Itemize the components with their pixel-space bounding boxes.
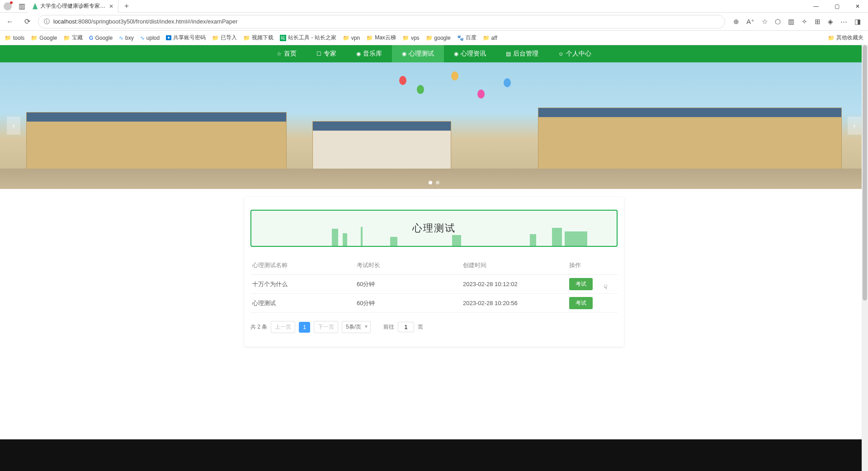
vertical-scrollbar[interactable] bbox=[862, 45, 868, 471]
table-header: 创建时间 bbox=[463, 261, 569, 269]
cell-duration: 60分钟 bbox=[357, 280, 463, 288]
tab-overview-icon[interactable]: ▥ bbox=[15, 2, 28, 10]
bookmark-item[interactable]: 📁aff bbox=[483, 35, 497, 41]
link-icon: ∿ bbox=[140, 35, 145, 41]
refresh-button[interactable]: ⟳ bbox=[21, 17, 33, 26]
folder-icon: 📁 bbox=[212, 35, 219, 41]
site-info-icon[interactable]: ⓘ bbox=[44, 18, 50, 26]
browser-tab[interactable]: 大学生心理健康诊断专家系统设计 ✕ bbox=[28, 0, 118, 13]
pagination-size-select[interactable]: 5条/页 bbox=[342, 321, 371, 333]
bookmarks-overflow[interactable]: 📁 其他收藏夹 bbox=[828, 34, 863, 42]
folder-icon: 📁 bbox=[31, 35, 38, 41]
table-header: 考试时长 bbox=[357, 261, 463, 269]
table-row: 十万个为什么60分钟2023-02-28 10:12:02考试☟ bbox=[250, 275, 618, 294]
sidebar-toggle-icon[interactable]: ◨ bbox=[854, 18, 861, 26]
exam-button[interactable]: 考试 bbox=[569, 278, 593, 290]
pagination-prev-button[interactable]: 上一页 bbox=[271, 321, 295, 333]
extensions-icon[interactable]: ⬡ bbox=[775, 18, 781, 26]
bookmark-item[interactable]: 📁google bbox=[426, 35, 451, 41]
bookmark-item[interactable]: ∿uplod bbox=[140, 35, 160, 41]
carousel-dot[interactable] bbox=[429, 181, 432, 184]
folder-icon: 📁 bbox=[366, 35, 373, 41]
bookmark-item[interactable]: 📁宝藏 bbox=[63, 34, 83, 42]
bookmark-item[interactable]: 🐾百度 bbox=[457, 34, 476, 42]
link-icon: ∿ bbox=[119, 35, 123, 41]
url-host: localhost bbox=[53, 18, 76, 25]
bookmark-item[interactable]: 📁Google bbox=[31, 35, 57, 41]
carousel-next-button[interactable]: › bbox=[848, 117, 861, 135]
cell-created: 2023-02-28 10:12:02 bbox=[463, 281, 569, 287]
folder-icon: 📁 bbox=[5, 35, 11, 41]
wallet-icon[interactable]: ◈ bbox=[828, 18, 833, 26]
window-minimize-button[interactable]: — bbox=[806, 3, 826, 9]
ext-icon: ✦ bbox=[166, 35, 171, 40]
vue-favicon-icon bbox=[33, 3, 38, 9]
nav-icon: ☐ bbox=[316, 51, 321, 57]
bookmark-item[interactable]: 📁已导入 bbox=[212, 34, 237, 42]
profile-avatar[interactable] bbox=[4, 2, 12, 10]
nav-心理测试[interactable]: ◉心理测试 bbox=[392, 45, 444, 62]
nav-icon: ◉ bbox=[402, 51, 406, 57]
nav-icon: ☺ bbox=[558, 51, 564, 57]
table-header: 操作 bbox=[569, 261, 618, 269]
bookmark-item[interactable]: 📁vps bbox=[402, 35, 420, 41]
bookmark-item[interactable]: 📁Max云梯 bbox=[366, 34, 396, 42]
close-tab-icon[interactable]: ✕ bbox=[109, 3, 113, 9]
bookmark-item[interactable]: GGoogle bbox=[89, 35, 113, 41]
pagination-goto-label: 前往 bbox=[383, 323, 394, 331]
bookmark-item[interactable]: ✦共享账号密码 bbox=[166, 34, 206, 42]
window-maximize-button[interactable]: ▢ bbox=[826, 3, 847, 9]
pagination-goto-input[interactable] bbox=[398, 322, 414, 332]
baidu-icon: 🐾 bbox=[457, 35, 464, 41]
folder-icon: 📁 bbox=[426, 35, 433, 41]
read-aloud-icon[interactable]: A⁺ bbox=[746, 18, 755, 26]
url-path: :8080/springboot3y50l/front/dist/index.h… bbox=[76, 18, 237, 25]
new-tab-button[interactable]: ＋ bbox=[118, 1, 135, 11]
zoom-icon[interactable]: ⊕ bbox=[733, 18, 739, 26]
address-bar[interactable]: ⓘ localhost:8080/springboot3y50l/front/d… bbox=[38, 15, 725, 28]
nav-音乐库[interactable]: ◉音乐库 bbox=[346, 45, 392, 62]
nav-icon: ☆ bbox=[277, 51, 282, 57]
bookmark-item[interactable]: 📁vpn bbox=[343, 35, 360, 41]
bookmark-item[interactable]: 站站长工具 - 站长之家 bbox=[280, 34, 336, 42]
google-icon: G bbox=[89, 35, 93, 41]
folder-icon: 📁 bbox=[243, 35, 250, 41]
folder-icon: 📁 bbox=[63, 35, 70, 41]
nav-icon: ◉ bbox=[454, 51, 458, 57]
window-close-button[interactable]: ✕ bbox=[847, 3, 868, 9]
nav-后台管理[interactable]: ▤后台管理 bbox=[496, 45, 548, 62]
nav-icon: ▤ bbox=[506, 51, 511, 57]
cell-duration: 60分钟 bbox=[357, 299, 463, 307]
back-button[interactable]: ← bbox=[4, 18, 16, 26]
cursor-icon: ☟ bbox=[604, 283, 608, 291]
nav-个人中心[interactable]: ☺个人中心 bbox=[548, 45, 601, 62]
page-footer bbox=[0, 439, 868, 471]
folder-icon: 📁 bbox=[402, 35, 409, 41]
exam-button[interactable]: 考试 bbox=[569, 297, 593, 309]
menu-icon[interactable]: ⋯ bbox=[840, 18, 847, 26]
carousel-dot[interactable] bbox=[436, 181, 439, 184]
favorite-icon[interactable]: ☆ bbox=[762, 18, 768, 26]
nav-icon: ◉ bbox=[356, 51, 361, 57]
table-row: 心理测试60分钟2023-02-28 10:20:56考试 bbox=[250, 294, 618, 313]
nav-专家[interactable]: ☐专家 bbox=[307, 45, 346, 62]
cell-name: 十万个为什么 bbox=[250, 280, 357, 288]
carousel-prev-button[interactable]: ‹ bbox=[7, 117, 20, 135]
folder-icon: 📁 bbox=[828, 35, 835, 41]
folder-icon: 📁 bbox=[483, 35, 490, 41]
cell-name: 心理测试 bbox=[250, 299, 357, 307]
bookmark-item[interactable]: 📁tools bbox=[5, 35, 24, 41]
downloads-icon[interactable]: ⊞ bbox=[815, 18, 821, 26]
ext-icon: 站 bbox=[280, 35, 286, 41]
pagination-page-1[interactable]: 1 bbox=[299, 322, 310, 333]
bookmark-item[interactable]: 📁视频下载 bbox=[243, 34, 274, 42]
pagination-goto-suffix: 页 bbox=[418, 323, 423, 331]
tab-title: 大学生心理健康诊断专家系统设计 bbox=[40, 2, 106, 10]
collections-icon[interactable]: ▥ bbox=[788, 18, 794, 26]
bookmark-item[interactable]: ∿bxy bbox=[119, 35, 134, 41]
section-header: 心理测试 bbox=[250, 210, 618, 247]
nav-心理资讯[interactable]: ◉心理资讯 bbox=[444, 45, 496, 62]
pagination-next-button[interactable]: 下一页 bbox=[314, 321, 338, 333]
nav-首页[interactable]: ☆首页 bbox=[267, 45, 307, 62]
favorites-list-icon[interactable]: ✧ bbox=[802, 18, 807, 26]
